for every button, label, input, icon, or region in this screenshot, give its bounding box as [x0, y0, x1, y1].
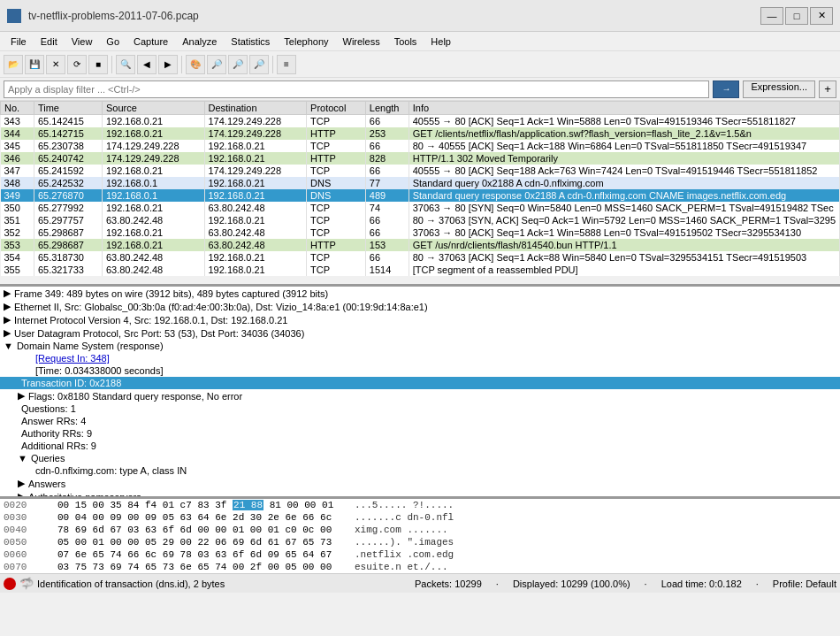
detail-expand-arrow[interactable]: ▶ — [4, 314, 11, 326]
packet-list: No. Time Source Destination Protocol Len… — [0, 101, 840, 287]
menu-analyze[interactable]: Analyze — [175, 34, 224, 49]
save-button[interactable]: 💾 — [25, 55, 44, 74]
cell-no: 351 — [1, 214, 34, 226]
detail-expand-arrow[interactable]: ▼ — [4, 341, 13, 351]
menu-tools[interactable]: Tools — [387, 34, 424, 49]
window-controls[interactable]: — □ ✕ — [760, 7, 833, 25]
detail-row[interactable]: Additional RRs: 9 — [0, 440, 840, 452]
menu-go[interactable]: Go — [99, 34, 126, 49]
hex-bytes: 07 6e 65 74 66 6c 69 78 03 63 6f 6d 09 6… — [57, 549, 340, 560]
detail-expand-arrow[interactable]: ▶ — [18, 478, 25, 489]
zoom-in-button[interactable]: 🔎 — [207, 55, 226, 74]
detail-row[interactable]: cdn-0.nflximg.com: type A, class IN — [0, 464, 840, 477]
reload-button[interactable]: ⟳ — [67, 55, 87, 74]
table-row[interactable]: 34365.142415192.168.0.21174.129.249.228T… — [1, 115, 840, 128]
cell-info: 80 → 37063 [ACK] Seq=1 Ack=88 Win=5840 L… — [409, 251, 839, 264]
stop-button[interactable]: ■ — [88, 55, 108, 74]
filter-input[interactable] — [4, 80, 709, 98]
detail-row[interactable]: [Request In: 348] — [0, 352, 840, 364]
table-row[interactable]: 34565.230738174.129.249.228192.168.0.21T… — [1, 140, 840, 152]
detail-text: Answers — [28, 479, 65, 489]
close-capture-button[interactable]: ✕ — [46, 55, 65, 74]
menu-telephony[interactable]: Telephony — [277, 34, 335, 49]
detail-row[interactable]: Transaction ID: 0x2188 — [0, 377, 840, 389]
detail-row[interactable]: Authority RRs: 9 — [0, 427, 840, 440]
expression-button[interactable]: Expression... — [743, 80, 815, 98]
maximize-button[interactable]: □ — [785, 7, 808, 25]
prev-button[interactable]: ◀ — [137, 55, 157, 74]
table-row[interactable]: 35065.277992192.168.0.2163.80.242.48TCP7… — [1, 202, 840, 214]
cell-proto: TCP — [307, 165, 366, 177]
cell-time: 65.142415 — [34, 115, 102, 128]
table-row[interactable]: 34765.241592192.168.0.21174.129.249.228T… — [1, 165, 840, 177]
open-button[interactable]: 📂 — [4, 55, 23, 74]
detail-row[interactable]: ▼ Domain Name System (response) — [0, 340, 840, 352]
hex-row: 004078 69 6d 67 03 63 6f 6d 00 00 01 00 … — [0, 524, 840, 536]
detail-expand-arrow[interactable]: ▶ — [4, 301, 11, 312]
table-row[interactable]: 35365.298687192.168.0.2163.80.242.48HTTP… — [1, 239, 840, 251]
cell-dst: 174.129.249.228 — [204, 115, 307, 128]
col-proto[interactable]: Protocol — [307, 102, 366, 115]
detail-row[interactable]: ▶ Ethernet II, Src: Globalsc_00:3b:0a (f… — [0, 300, 840, 313]
add-filter-button[interactable]: + — [819, 80, 836, 98]
minimize-button[interactable]: — — [760, 7, 783, 25]
detail-row[interactable]: ▶ Answers — [0, 477, 840, 490]
detail-text: Additional RRs: 9 — [21, 441, 96, 451]
table-row[interactable]: 35565.32173363.80.242.48192.168.0.21TCP1… — [1, 264, 840, 276]
detail-row[interactable]: ▶ Authoritative nameservers — [0, 490, 840, 499]
table-row[interactable]: 34465.142715192.168.0.21174.129.249.228H… — [1, 127, 840, 140]
menu-help[interactable]: Help — [424, 34, 458, 49]
cell-time: 65.298687 — [34, 239, 102, 251]
menu-statistics[interactable]: Statistics — [224, 34, 277, 49]
table-row[interactable]: 34965.276870192.168.0.1192.168.0.21DNS48… — [1, 189, 840, 202]
detail-row[interactable]: ▶ Flags: 0x8180 Standard query response,… — [0, 389, 840, 402]
filter-apply-button[interactable]: → — [713, 80, 739, 98]
col-no[interactable]: No. — [1, 102, 34, 115]
table-row[interactable]: 35465.31873063.80.242.48192.168.0.21TCP6… — [1, 251, 840, 264]
status-sep-3: · — [756, 579, 759, 589]
next-button[interactable]: ▶ — [158, 55, 178, 74]
cell-dst: 192.168.0.21 — [204, 214, 307, 226]
status-displayed: Displayed: 10299 (100.0%) — [513, 579, 630, 589]
cell-info: 40555 → 80 [ACK] Seq=1 Ack=1 Win=5888 Le… — [409, 115, 839, 128]
detail-expand-arrow[interactable]: ▼ — [18, 453, 27, 464]
menu-edit[interactable]: Edit — [34, 34, 65, 49]
hex-bytes: 03 75 73 69 74 65 73 6e 65 74 00 2f 00 0… — [57, 562, 340, 572]
menu-view[interactable]: View — [65, 34, 100, 49]
cell-dst: 174.129.249.228 — [204, 165, 307, 177]
col-info[interactable]: Info — [409, 102, 839, 115]
detail-expand-arrow[interactable]: ▶ — [18, 491, 25, 499]
zoom-out-button[interactable]: 🔎 — [228, 55, 248, 74]
table-row[interactable]: 35265.298687192.168.0.2163.80.242.48TCP6… — [1, 226, 840, 239]
table-row[interactable]: 34865.242532192.168.0.1192.168.0.21DNS77… — [1, 177, 840, 189]
table-row[interactable]: 34665.240742174.129.249.228192.168.0.21H… — [1, 152, 840, 165]
menu-capture[interactable]: Capture — [126, 34, 175, 49]
find-button[interactable]: 🔍 — [116, 55, 135, 74]
menu-wireless[interactable]: Wireless — [336, 34, 387, 49]
menu-file[interactable]: File — [4, 34, 34, 49]
cell-no: 350 — [1, 202, 34, 214]
status-profile: Profile: Default — [773, 579, 836, 589]
table-row[interactable]: 35165.29775763.80.242.48192.168.0.21TCP6… — [1, 214, 840, 226]
detail-row[interactable]: ▼ Queries — [0, 452, 840, 464]
col-dest[interactable]: Destination — [204, 102, 307, 115]
close-button[interactable]: ✕ — [810, 7, 833, 25]
detail-row[interactable]: Answer RRs: 4 — [0, 415, 840, 427]
columns-button[interactable]: ≡ — [277, 55, 296, 74]
detail-row[interactable]: [Time: 0.034338000 seconds] — [0, 364, 840, 377]
detail-row[interactable]: ▶ User Datagram Protocol, Src Port: 53 (… — [0, 326, 840, 340]
detail-row[interactable]: ▶ Frame 349: 489 bytes on wire (3912 bit… — [0, 287, 840, 300]
status-load-time: Load time: 0:0.182 — [661, 579, 742, 589]
detail-row[interactable]: ▶ Internet Protocol Version 4, Src: 192.… — [0, 313, 840, 326]
colorize-button[interactable]: 🎨 — [186, 55, 205, 74]
detail-expand-arrow[interactable]: ▶ — [4, 327, 11, 339]
zoom-reset-button[interactable]: 🔎 — [249, 55, 269, 74]
col-time[interactable]: Time — [34, 102, 102, 115]
detail-expand-arrow[interactable]: ▶ — [4, 287, 11, 299]
col-len[interactable]: Length — [365, 102, 409, 115]
col-source[interactable]: Source — [102, 102, 204, 115]
cell-info: GET /clients/netflix/flash/application.s… — [409, 127, 839, 140]
cell-info: HTTP/1.1 302 Moved Temporarily — [409, 152, 839, 165]
detail-row[interactable]: Questions: 1 — [0, 402, 840, 415]
detail-expand-arrow[interactable]: ▶ — [18, 390, 25, 402]
